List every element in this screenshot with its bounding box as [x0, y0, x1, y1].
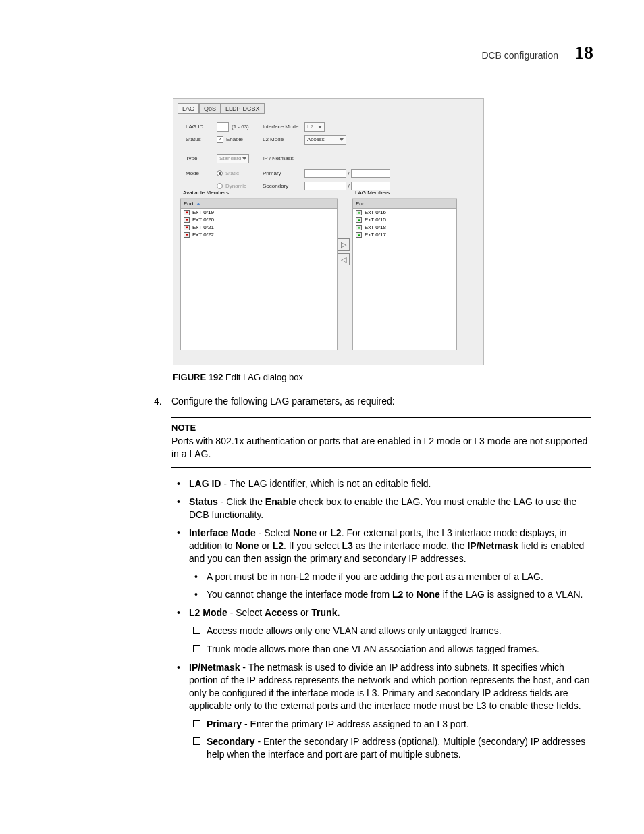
step-number: 4.	[154, 395, 171, 408]
note-title: NOTE	[171, 422, 591, 434]
static-label: Static	[225, 170, 239, 176]
ipnetmask-label: IP / Netmask	[263, 155, 304, 161]
figure-caption: FIGURE 192 Edit LAG dialog box	[173, 372, 303, 382]
type-dropdown[interactable]: Standard	[217, 154, 249, 163]
move-right-button[interactable]: ▷	[338, 238, 350, 251]
sub-item: Access mode allows only one VLAN and all…	[189, 625, 591, 637]
enable-label: Enable	[226, 136, 243, 142]
sub-item: You cannot change the interface mode fro…	[189, 588, 591, 601]
tabs: LAG QoS LLDP-DCBX	[178, 103, 265, 114]
radio-static[interactable]	[217, 170, 223, 176]
port-icon	[184, 225, 190, 230]
lag-title: LAG Members	[352, 188, 457, 199]
sub-item: Secondary - Enter the secondary IP addre…	[189, 735, 591, 761]
lag-members-box: LAG Members Port ExT 0/16 ExT 0/15 ExT 0…	[352, 188, 457, 350]
port-header[interactable]: Port	[352, 199, 457, 209]
header-title: DCB configuration	[481, 50, 558, 61]
list-item[interactable]: ExT 0/20	[181, 216, 337, 224]
port-icon	[356, 217, 362, 223]
list-item[interactable]: ExT 0/16	[353, 209, 456, 216]
step-text: Configure the following LAG parameters, …	[171, 395, 395, 408]
mode-label: Mode	[186, 170, 217, 176]
figure-text: Edit LAG dialog box	[225, 372, 303, 382]
lagid-label: LAG ID	[186, 124, 217, 130]
primary-label: Primary	[263, 170, 304, 176]
list-item[interactable]: ExT 0/18	[353, 224, 456, 231]
l2mode-label: L2 Mode	[263, 136, 304, 142]
sort-up-icon	[196, 203, 200, 205]
header-number: 18	[574, 42, 593, 63]
param-ipnet: IP/Netmask - The netmask is used to divi…	[171, 661, 591, 761]
param-l2mode: L2 Mode - Select Access or Trunk. Access…	[171, 606, 591, 656]
list-item[interactable]: ExT 0/15	[353, 216, 456, 224]
move-left-button[interactable]: ◁	[338, 253, 350, 265]
port-icon	[356, 232, 362, 238]
parameter-list: LAG ID - The LAG identifier, which is no…	[171, 477, 591, 761]
sub-item: Primary - Enter the primary IP address a…	[189, 718, 591, 731]
dialog-screenshot: LAG QoS LLDP-DCBX LAG ID (1 - 63) Status…	[173, 98, 484, 365]
type-label: Type	[186, 155, 217, 161]
port-icon	[184, 217, 190, 223]
primary-ip-field[interactable]	[304, 169, 346, 178]
enable-checkbox[interactable]: ✓	[217, 136, 223, 143]
tab-qos[interactable]: QoS	[199, 103, 221, 114]
list-item[interactable]: ExT 0/22	[181, 231, 337, 238]
ipnet-sublist: Primary - Enter the primary IP address a…	[189, 718, 591, 762]
step-4: 4. Configure the following LAG parameter…	[154, 395, 591, 408]
port-icon	[356, 225, 362, 230]
ifmode-label: Interface Mode	[263, 124, 304, 130]
chevron-down-icon	[340, 138, 344, 141]
sub-item: Trunk mode allows more than one VLAN ass…	[189, 643, 591, 656]
ifmode-sublist: A port must be in non-L2 mode if you are…	[189, 571, 591, 602]
available-members-box: Available Members Port ExT 0/19 ExT 0/20…	[180, 188, 338, 350]
form-right-col: Interface Mode L2 L2 Mode Access IP / Ne…	[263, 120, 390, 192]
sub-item: A port must be in non-L2 mode if you are…	[189, 571, 591, 583]
l2mode-dropdown[interactable]: Access	[304, 135, 346, 145]
figure-number: FIGURE 192	[173, 372, 223, 382]
lagid-range: (1 - 63)	[232, 124, 249, 130]
tab-lldp[interactable]: LLDP-DCBX	[221, 103, 265, 114]
port-icon	[184, 210, 190, 215]
ifmode-dropdown[interactable]: L2	[304, 122, 325, 132]
form-left-col: LAG ID (1 - 63) Status ✓ Enable Type Sta…	[186, 120, 249, 192]
lagid-spinner[interactable]	[217, 122, 229, 132]
port-icon	[356, 210, 362, 215]
slash: /	[346, 170, 351, 176]
page-header: DCB configuration 18	[481, 42, 593, 63]
available-title: Available Members	[180, 188, 338, 199]
tab-lag[interactable]: LAG	[178, 103, 199, 114]
move-buttons: ▷ ◁	[338, 188, 352, 350]
list-item[interactable]: ExT 0/17	[353, 231, 456, 238]
chevron-down-icon	[242, 157, 246, 160]
dual-list: Available Members Port ExT 0/19 ExT 0/20…	[180, 188, 457, 350]
note-text: Ports with 802.1x authentication or port…	[171, 435, 591, 461]
chevron-down-icon	[318, 126, 322, 128]
list-item[interactable]: ExT 0/21	[181, 224, 337, 231]
available-list: ExT 0/19 ExT 0/20 ExT 0/21 ExT 0/22	[180, 209, 338, 350]
list-item[interactable]: ExT 0/19	[181, 209, 337, 216]
param-ifmode: Interface Mode - Select None or L2. For …	[171, 527, 591, 601]
body-content: 4. Configure the following LAG parameter…	[154, 395, 591, 766]
note-block: NOTE Ports with 802.1x authentication or…	[171, 417, 591, 468]
param-status: Status - Click the Enable check box to e…	[171, 496, 591, 521]
primary-mask-field[interactable]	[351, 169, 390, 178]
status-label: Status	[186, 136, 217, 142]
lag-list: ExT 0/16 ExT 0/15 ExT 0/18 ExT 0/17	[352, 209, 457, 350]
port-header[interactable]: Port	[180, 199, 338, 209]
l2mode-sublist: Access mode allows only one VLAN and all…	[189, 625, 591, 656]
param-lagid: LAG ID - The LAG identifier, which is no…	[171, 477, 591, 490]
port-icon	[184, 232, 190, 238]
